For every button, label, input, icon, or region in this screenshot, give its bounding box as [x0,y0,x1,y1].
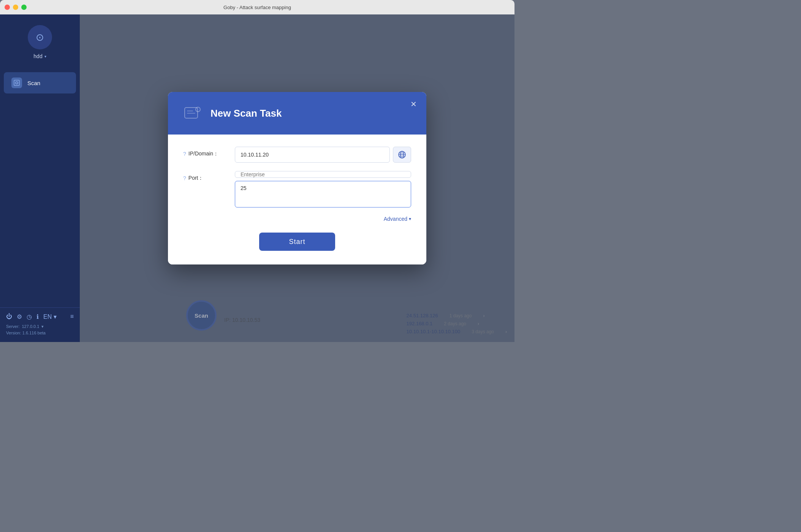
ip-form-row: ? IP/Domain： [183,147,411,163]
ip-input-group [235,147,411,163]
ip-input[interactable] [235,147,390,163]
settings-icon[interactable]: ⚙ [17,313,22,320]
avatar-icon: ⊙ [36,32,44,43]
modal-close-button[interactable]: ✕ [408,99,419,109]
port-custom-input[interactable]: 25 [235,181,411,207]
svg-rect-4 [187,111,193,111]
globe-button[interactable] [393,147,411,163]
clock-icon[interactable]: ◷ [27,313,32,320]
main-content: Welcome to Goby Attack surface mapping S… [80,14,514,342]
modal-header-icon [182,103,203,124]
maximize-button[interactable] [21,5,27,10]
svg-rect-5 [187,113,195,114]
sidebar: ⊙ hdd ▾ Scan ⏻ ⚙ ◷ [0,14,80,342]
scan-nav-icon [11,78,22,88]
menu-icon[interactable]: ≡ [70,313,74,320]
avatar: ⊙ [28,25,52,49]
sidebar-nav: Scan [0,67,80,307]
port-form-row: ? Port： 25 [183,171,411,207]
svg-rect-0 [14,80,19,86]
modal-title: New Scan Task [211,108,282,119]
window-controls [5,5,27,10]
start-button[interactable]: Start [259,233,335,251]
port-preset-input[interactable] [235,171,411,178]
app-body: ⊙ hdd ▾ Scan ⏻ ⚙ ◷ [0,14,514,342]
ip-label: ? IP/Domain： [183,147,229,157]
window-title: Goby - Attack surface mapping [223,5,291,10]
profile-name[interactable]: hdd ▾ [33,53,46,59]
titlebar: Goby - Attack surface mapping [0,0,514,14]
sidebar-server-info: Server: 127.0.0.1 ▾ Version: 1.6.116 bet… [6,323,74,337]
info-icon[interactable]: ℹ [36,313,39,320]
sidebar-bottom: ⏻ ⚙ ◷ ℹ EN ▾ ≡ Server: 127.0.0.1 ▾ Versi… [0,307,80,342]
svg-point-1 [16,82,18,84]
port-input-group: 25 [235,171,411,207]
sidebar-bottom-icons: ⏻ ⚙ ◷ ℹ EN ▾ ≡ [6,313,74,320]
close-button[interactable] [5,5,10,10]
sidebar-profile: ⊙ hdd ▾ [0,14,80,67]
port-help-icon: ? [183,175,186,181]
modal-header: New Scan Task ✕ [168,92,426,135]
ip-help-icon: ? [183,151,186,157]
minimize-button[interactable] [13,5,18,10]
lang-selector[interactable]: EN ▾ [43,313,57,320]
power-icon[interactable]: ⏻ [6,313,12,320]
port-label: ? Port： [183,171,229,182]
modal-body: ? IP/Domain： [168,135,426,264]
modal-overlay: New Scan Task ✕ ? IP/Domain： [80,14,514,342]
advanced-row: Advanced ▾ [183,216,411,222]
advanced-arrow-icon: ▾ [409,216,411,222]
sidebar-item-scan[interactable]: Scan [4,72,76,93]
profile-dropdown-icon: ▾ [44,54,46,59]
new-scan-modal: New Scan Task ✕ ? IP/Domain： [168,92,426,264]
sidebar-scan-label: Scan [27,80,40,86]
advanced-button[interactable]: Advanced ▾ [384,216,411,222]
